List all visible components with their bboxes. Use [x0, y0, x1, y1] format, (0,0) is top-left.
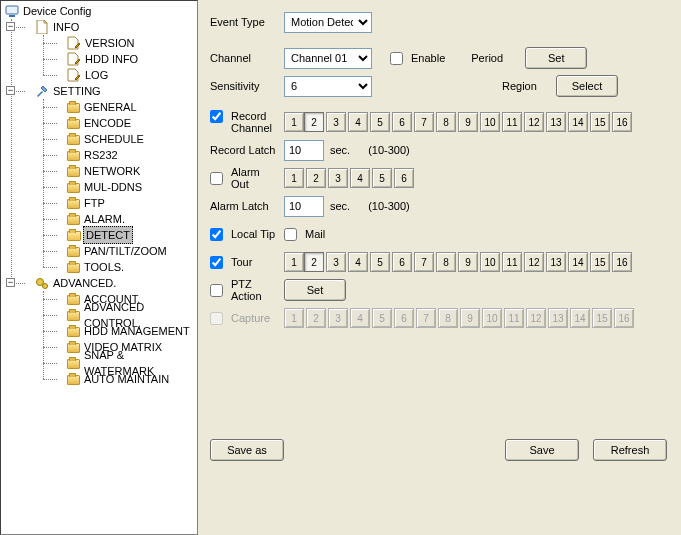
- tree-item[interactable]: TOOLS.: [51, 259, 197, 275]
- ptz-set-button[interactable]: Set: [284, 279, 346, 301]
- tree-item[interactable]: GENERAL: [51, 99, 197, 115]
- record-channel-input[interactable]: [210, 110, 223, 123]
- channel-button-7[interactable]: 7: [414, 112, 434, 132]
- channel-button-11[interactable]: 11: [502, 112, 522, 132]
- tree-item[interactable]: ADVANCED CONTROL.: [51, 307, 197, 323]
- tour-checkbox[interactable]: Tour: [210, 256, 278, 269]
- tree-item[interactable]: RS232: [51, 147, 197, 163]
- tree-label: ALARM.: [84, 211, 125, 227]
- channel-button-11[interactable]: 11: [502, 252, 522, 272]
- channel-button-1[interactable]: 1: [284, 168, 304, 188]
- tree-info[interactable]: − INFO: [19, 19, 197, 35]
- tour-input[interactable]: [210, 256, 223, 269]
- enable-checkbox[interactable]: Enable: [390, 52, 445, 65]
- label-latch-range: (10-300): [368, 144, 410, 156]
- channel-button-2[interactable]: 2: [304, 252, 324, 272]
- channel-button-14[interactable]: 14: [568, 112, 588, 132]
- tree-item-log[interactable]: LOG: [51, 67, 197, 83]
- channel-button-3[interactable]: 3: [326, 252, 346, 272]
- channel-button-12[interactable]: 12: [524, 252, 544, 272]
- ptz-action-input[interactable]: [210, 284, 223, 297]
- channel-button-16[interactable]: 16: [612, 112, 632, 132]
- channel-button-16[interactable]: 16: [612, 252, 632, 272]
- tree-setting[interactable]: − SETTING: [19, 83, 197, 99]
- channel-button-5[interactable]: 5: [372, 168, 392, 188]
- channel-button-4[interactable]: 4: [348, 112, 368, 132]
- channel-select[interactable]: Channel 01: [284, 48, 372, 69]
- tree-item[interactable]: PAN/TILT/ZOOM: [51, 243, 197, 259]
- tour-grid: 12345678910111213141516: [284, 252, 632, 272]
- channel-button-6[interactable]: 6: [392, 252, 412, 272]
- channel-button-10[interactable]: 10: [480, 252, 500, 272]
- tree-item[interactable]: NETWORK: [51, 163, 197, 179]
- channel-button-1[interactable]: 1: [284, 252, 304, 272]
- tree-item[interactable]: SNAP & WATERMARK: [51, 355, 197, 371]
- ptz-action-checkbox[interactable]: PTZ Action: [210, 278, 278, 302]
- channel-button-2[interactable]: 2: [304, 112, 324, 132]
- folder-icon: [67, 327, 80, 337]
- save-button[interactable]: Save: [505, 439, 579, 461]
- tree-item[interactable]: SCHEDULE: [51, 131, 197, 147]
- expander-icon[interactable]: −: [6, 22, 15, 31]
- tree-item[interactable]: ENCODE: [51, 115, 197, 131]
- channel-button-10[interactable]: 10: [480, 112, 500, 132]
- channel-button-8[interactable]: 8: [436, 252, 456, 272]
- detect-form: Event Type Motion Detec Channel Channel …: [198, 0, 681, 535]
- expander-icon[interactable]: −: [6, 278, 15, 287]
- label-channel: Channel: [210, 52, 278, 64]
- record-channel-checkbox[interactable]: Record Channel: [210, 110, 278, 134]
- event-type-select[interactable]: Motion Detec: [284, 12, 372, 33]
- tree-root[interactable]: Device Config: [3, 3, 197, 19]
- local-tip-input[interactable]: [210, 228, 223, 241]
- channel-button-5[interactable]: 5: [370, 112, 390, 132]
- label-capture: Capture: [231, 312, 270, 324]
- mail-input[interactable]: [284, 228, 297, 241]
- tree-advanced[interactable]: − ADVANCED.: [19, 275, 197, 291]
- channel-button-15[interactable]: 15: [590, 252, 610, 272]
- tree-item-version[interactable]: VERSION: [51, 35, 197, 51]
- period-set-button[interactable]: Set: [525, 47, 587, 69]
- tree-item[interactable]: FTP: [51, 195, 197, 211]
- channel-button-3[interactable]: 3: [326, 112, 346, 132]
- enable-input[interactable]: [390, 52, 403, 65]
- save-as-button[interactable]: Save as: [210, 439, 284, 461]
- channel-button-13[interactable]: 13: [546, 252, 566, 272]
- tree-item[interactable]: DETECT: [51, 227, 197, 243]
- region-select-button[interactable]: Select: [556, 75, 618, 97]
- channel-button-6[interactable]: 6: [394, 168, 414, 188]
- tree-item-hddinfo[interactable]: HDD INFO: [51, 51, 197, 67]
- channel-button-9[interactable]: 9: [458, 252, 478, 272]
- channel-button-8[interactable]: 8: [436, 112, 456, 132]
- channel-button-14[interactable]: 14: [568, 252, 588, 272]
- tree-item[interactable]: AUTO MAINTAIN: [51, 371, 197, 387]
- refresh-button[interactable]: Refresh: [593, 439, 667, 461]
- mail-checkbox[interactable]: Mail: [284, 228, 325, 241]
- channel-button-4[interactable]: 4: [350, 168, 370, 188]
- label-event-type: Event Type: [210, 16, 278, 28]
- tree-item[interactable]: HDD MANAGEMENT: [51, 323, 197, 339]
- folder-icon: [67, 151, 80, 161]
- channel-button-13[interactable]: 13: [546, 112, 566, 132]
- expander-icon[interactable]: −: [6, 86, 15, 95]
- channel-button-12[interactable]: 12: [524, 112, 544, 132]
- channel-button-1[interactable]: 1: [284, 112, 304, 132]
- channel-button-5[interactable]: 5: [370, 252, 390, 272]
- alarm-latch-input[interactable]: [284, 196, 324, 217]
- local-tip-checkbox[interactable]: Local Tip: [210, 228, 278, 241]
- channel-button-15[interactable]: 15: [590, 112, 610, 132]
- alarm-out-checkbox[interactable]: Alarm Out: [210, 166, 278, 190]
- tree-item[interactable]: ALARM.: [51, 211, 197, 227]
- channel-button-2[interactable]: 2: [306, 168, 326, 188]
- svg-rect-1: [9, 15, 15, 17]
- alarm-out-input[interactable]: [210, 172, 223, 185]
- channel-button-6[interactable]: 6: [392, 112, 412, 132]
- sensitivity-select[interactable]: 6: [284, 76, 372, 97]
- record-latch-input[interactable]: [284, 140, 324, 161]
- channel-button-9[interactable]: 9: [458, 112, 478, 132]
- nav-tree[interactable]: Device Config − INFO VERSION: [0, 0, 198, 535]
- channel-button-4[interactable]: 4: [348, 252, 368, 272]
- tree-item[interactable]: MUL-DDNS: [51, 179, 197, 195]
- channel-button-3[interactable]: 3: [328, 168, 348, 188]
- capture-checkbox: Capture: [210, 312, 278, 325]
- channel-button-7[interactable]: 7: [414, 252, 434, 272]
